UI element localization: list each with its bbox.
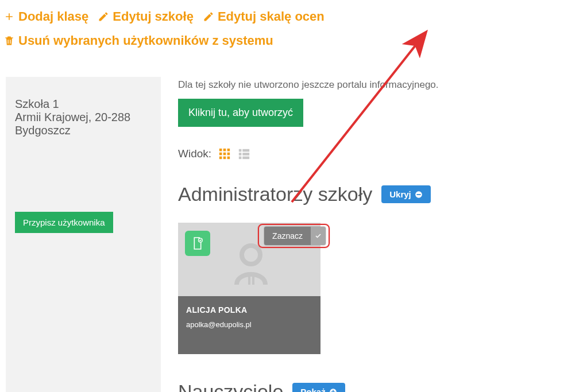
svg-rect-23 — [333, 390, 334, 392]
content: Szkoła 1 Armii Krajowej, 20-288 Bydgoszc… — [0, 54, 587, 392]
toolbar-label: Dodaj klasę — [18, 9, 88, 24]
svg-rect-0 — [219, 149, 222, 152]
school-name: Szkoła 1 — [15, 98, 152, 111]
user-email: apolka@edupolis.pl — [186, 320, 312, 329]
svg-rect-12 — [242, 153, 249, 156]
admins-title: Administratorzy szkoły — [178, 183, 372, 205]
add-class-button[interactable]: Dodaj klasę — [3, 9, 88, 24]
svg-rect-9 — [239, 149, 242, 152]
svg-rect-2 — [227, 149, 230, 152]
admins-section-header: Administratorzy szkoły Ukryj — [178, 183, 581, 205]
svg-point-18 — [242, 246, 260, 264]
avatar-icon — [233, 242, 269, 290]
svg-rect-4 — [223, 153, 226, 156]
svg-rect-3 — [219, 153, 222, 156]
school-street: Armii Krajowej, 20-288 — [15, 111, 152, 124]
minus-circle-icon — [415, 191, 423, 199]
trash-icon — [3, 35, 15, 46]
show-label: Pokaż — [300, 387, 325, 392]
toolbar-label: Edytuj szkołę — [113, 9, 194, 24]
assign-user-button[interactable]: Przypisz użytkownika — [15, 212, 113, 233]
hide-admins-button[interactable]: Ukryj — [381, 185, 431, 203]
svg-rect-5 — [227, 153, 230, 156]
card-bottom: ALICJA POLKA apolka@edupolis.pl — [178, 296, 320, 354]
toolbar-label: Usuń wybranych użytkowników z systemu — [18, 33, 273, 48]
svg-rect-11 — [239, 153, 242, 156]
svg-rect-8 — [227, 157, 230, 160]
select-user-wrap: Zaznacz — [264, 226, 326, 246]
select-user-button[interactable]: Zaznacz — [264, 227, 311, 245]
create-portal-button[interactable]: Kliknij tu, aby utworzyć — [178, 99, 303, 127]
svg-rect-7 — [223, 157, 226, 160]
document-check-icon — [185, 231, 210, 256]
user-name: ALICJA POLKA — [186, 305, 312, 315]
plus-circle-icon — [329, 388, 337, 393]
portal-info-text: Dla tej szkoły nie utworzono jeszcze por… — [178, 79, 581, 91]
svg-rect-13 — [239, 157, 242, 160]
svg-rect-16 — [416, 194, 420, 195]
school-city: Bydgoszcz — [15, 124, 152, 137]
select-user-check-button[interactable] — [311, 227, 326, 245]
list-view-icon[interactable] — [238, 148, 250, 160]
svg-rect-6 — [219, 157, 222, 160]
top-toolbar: Dodaj klasę Edytuj szkołę Edytuj skalę o… — [0, 0, 587, 54]
toolbar-label: Edytuj skalę ocen — [218, 9, 325, 24]
show-teachers-button[interactable]: Pokaż — [292, 383, 345, 392]
delete-users-button[interactable]: Usuń wybranych użytkowników z systemu — [3, 33, 273, 48]
card-top: Zaznacz — [178, 223, 320, 296]
svg-rect-14 — [242, 157, 249, 160]
svg-rect-19 — [248, 275, 250, 285]
grid-view-icon[interactable] — [218, 148, 231, 160]
view-label: Widok: — [178, 148, 211, 160]
teachers-section-header: Nauczyciele Pokaż — [178, 381, 581, 392]
plus-icon — [3, 11, 15, 22]
admin-user-card: Zaznacz ALICJA POLKA apolka@edupolis.pl — [178, 223, 320, 354]
main-area: Dla tej szkoły nie utworzono jeszcze por… — [178, 77, 581, 392]
edit-gradescale-button[interactable]: Edytuj skalę ocen — [203, 9, 325, 24]
svg-rect-20 — [252, 275, 254, 285]
svg-rect-1 — [223, 149, 226, 152]
edit-icon — [98, 11, 109, 22]
view-row: Widok: — [178, 148, 581, 160]
edit-icon — [203, 11, 214, 22]
svg-rect-10 — [242, 149, 249, 152]
school-sidebar: Szkoła 1 Armii Krajowej, 20-288 Bydgoszc… — [6, 77, 161, 392]
teachers-title: Nauczyciele — [178, 381, 283, 392]
edit-school-button[interactable]: Edytuj szkołę — [98, 9, 194, 24]
hide-label: Ukryj — [389, 189, 411, 199]
